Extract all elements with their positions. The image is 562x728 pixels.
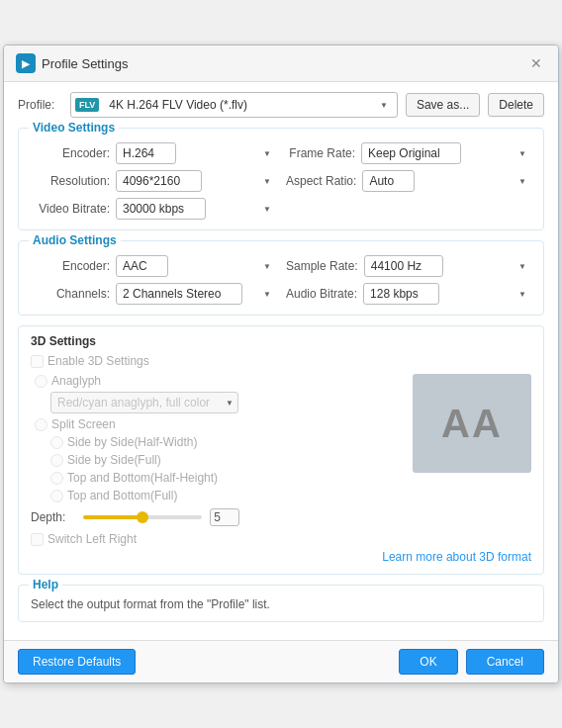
audio-settings-section: Audio Settings Encoder: AAC Channels: — [18, 240, 544, 316]
split-option-1-label: Side by Side(Half-Width) — [67, 435, 197, 449]
split-option-2-label: Side by Side(Full) — [67, 453, 161, 467]
preview-aa-text: AA — [441, 402, 503, 446]
profile-select[interactable]: 4K H.264 FLV Video (*.flv) — [103, 95, 393, 115]
frame-rate-select-wrapper[interactable]: Keep Original — [361, 142, 531, 164]
anaglyph-row: Anaglyph — [35, 374, 403, 388]
profile-label: Profile: — [18, 98, 62, 112]
delete-button[interactable]: Delete — [488, 93, 544, 117]
learn-more-link[interactable]: Learn more about 3D format — [382, 550, 531, 564]
footer-right: OK Cancel — [399, 649, 544, 675]
learn-more-row: Learn more about 3D format — [31, 550, 531, 564]
video-right: Frame Rate: Keep Original Aspect Ratio: … — [286, 142, 531, 220]
close-button[interactable]: ✕ — [526, 53, 546, 73]
split-option-4-label: Top and Bottom(Full) — [67, 489, 177, 502]
restore-defaults-button[interactable]: Restore Defaults — [18, 649, 136, 675]
split-screen-row: Split Screen — [35, 417, 403, 431]
split-screen-radio[interactable] — [35, 418, 47, 431]
depth-slider[interactable] — [83, 515, 202, 519]
depth-label: Depth: — [31, 510, 75, 524]
split-option-4-radio[interactable] — [50, 490, 63, 502]
channels-row: Channels: 2 Channels Stereo — [31, 283, 276, 305]
depth-row: Depth: — [31, 508, 403, 526]
profile-select-container: FLV 4K H.264 FLV Video (*.flv) — [70, 92, 398, 118]
enable-3d-row: Enable 3D Settings — [31, 354, 531, 368]
sample-rate-select-wrapper[interactable]: 44100 Hz — [364, 255, 531, 277]
aspect-ratio-select[interactable]: Auto — [362, 170, 415, 192]
3d-settings-title: 3D Settings — [31, 334, 531, 348]
aspect-ratio-select-wrapper[interactable]: Auto — [362, 170, 531, 192]
title-bar-left: ▶ Profile Settings — [16, 53, 128, 73]
split-option-2-radio[interactable] — [50, 454, 63, 467]
audio-left: Encoder: AAC Channels: 2 Channels Stereo — [31, 255, 276, 305]
help-section: Help Select the output format from the "… — [18, 585, 544, 622]
aspect-ratio-row: Aspect Ratio: Auto — [286, 170, 531, 192]
help-text: Select the output format from the "Profi… — [31, 597, 531, 611]
cancel-button[interactable]: Cancel — [466, 649, 544, 675]
video-bitrate-label: Video Bitrate: — [31, 202, 110, 216]
channels-select-wrapper[interactable]: 2 Channels Stereo — [116, 283, 276, 305]
encoder-select-wrapper[interactable]: H.264 — [116, 142, 276, 164]
audio-encoder-row: Encoder: AAC — [31, 255, 276, 277]
audio-settings-title: Audio Settings — [29, 233, 121, 247]
enable-3d-checkbox[interactable] — [31, 355, 44, 368]
profile-select-wrapper[interactable]: 4K H.264 FLV Video (*.flv) — [103, 95, 393, 115]
app-icon: ▶ — [16, 53, 36, 73]
audio-bitrate-select-wrapper[interactable]: 128 kbps — [363, 283, 531, 305]
channels-label: Channels: — [31, 287, 110, 301]
audio-right: Sample Rate: 44100 Hz Audio Bitrate: 128… — [286, 255, 531, 305]
app-icon-symbol: ▶ — [22, 58, 30, 69]
anaglyph-radio[interactable] — [35, 375, 47, 388]
resolution-row: Resolution: 4096*2160 — [31, 170, 276, 192]
resolution-select-wrapper[interactable]: 4096*2160 — [116, 170, 276, 192]
3d-controls: Anaglyph Red/cyan anaglyph, full color S… — [31, 374, 403, 546]
anaglyph-select-wrap: Red/cyan anaglyph, full color — [50, 392, 403, 413]
anaglyph-label: Anaglyph — [51, 374, 101, 388]
frame-rate-row: Frame Rate: Keep Original — [286, 142, 531, 164]
aspect-ratio-label: Aspect Ratio: — [286, 174, 356, 188]
video-left: Encoder: H.264 Resolution: 4096*2160 — [31, 142, 276, 220]
frame-rate-label: Frame Rate: — [286, 146, 355, 160]
video-settings-title: Video Settings — [29, 121, 119, 135]
sample-rate-row: Sample Rate: 44100 Hz — [286, 255, 531, 277]
switch-row: Switch Left Right — [31, 532, 403, 546]
split-option-2-row: Side by Side(Full) — [50, 453, 403, 467]
save-as-button[interactable]: Save as... — [406, 93, 480, 117]
anaglyph-select[interactable]: Red/cyan anaglyph, full color — [50, 392, 238, 413]
frame-rate-select[interactable]: Keep Original — [361, 142, 461, 164]
3d-preview: AA — [413, 374, 531, 473]
footer: Restore Defaults OK Cancel — [4, 640, 558, 682]
resolution-label: Resolution: — [31, 174, 110, 188]
audio-bitrate-select[interactable]: 128 kbps — [363, 283, 439, 305]
channels-select[interactable]: 2 Channels Stereo — [116, 283, 242, 305]
content-area: Profile: FLV 4K H.264 FLV Video (*.flv) … — [4, 82, 558, 640]
video-bitrate-select[interactable]: 30000 kbps — [116, 198, 206, 220]
resolution-select[interactable]: 4096*2160 — [116, 170, 202, 192]
dialog-title: Profile Settings — [42, 56, 128, 71]
profile-settings-dialog: ▶ Profile Settings ✕ Profile: FLV 4K H.2… — [3, 45, 559, 683]
split-screen-label: Split Screen — [51, 417, 116, 431]
split-option-1-radio[interactable] — [50, 436, 63, 449]
split-option-3-label: Top and Bottom(Half-Height) — [67, 471, 218, 485]
split-option-3-row: Top and Bottom(Half-Height) — [50, 471, 403, 485]
audio-bitrate-label: Audio Bitrate: — [286, 287, 357, 301]
audio-encoder-label: Encoder: — [31, 259, 110, 273]
split-option-3-radio[interactable] — [50, 472, 63, 485]
3d-settings-section: 3D Settings Enable 3D Settings Anaglyph — [18, 325, 544, 575]
audio-encoder-select[interactable]: AAC — [116, 255, 168, 277]
audio-bitrate-row: Audio Bitrate: 128 kbps — [286, 283, 531, 305]
enable-3d-label: Enable 3D Settings — [47, 354, 149, 368]
audio-encoder-select-wrapper[interactable]: AAC — [116, 255, 276, 277]
split-option-1-row: Side by Side(Half-Width) — [50, 435, 403, 449]
encoder-row: Encoder: H.264 — [31, 142, 276, 164]
sample-rate-select[interactable]: 44100 Hz — [364, 255, 443, 277]
video-bitrate-row: Video Bitrate: 30000 kbps — [31, 198, 276, 220]
ok-button[interactable]: OK — [399, 649, 457, 675]
anaglyph-select-wrapper[interactable]: Red/cyan anaglyph, full color — [50, 392, 238, 413]
video-bitrate-select-wrapper[interactable]: 30000 kbps — [116, 198, 276, 220]
switch-left-right-checkbox[interactable] — [31, 533, 44, 546]
format-icon: FLV — [75, 98, 99, 112]
depth-value-input[interactable] — [210, 508, 239, 526]
sample-rate-label: Sample Rate: — [286, 259, 358, 273]
3d-layout: Anaglyph Red/cyan anaglyph, full color S… — [31, 374, 531, 546]
encoder-select[interactable]: H.264 — [116, 142, 176, 164]
